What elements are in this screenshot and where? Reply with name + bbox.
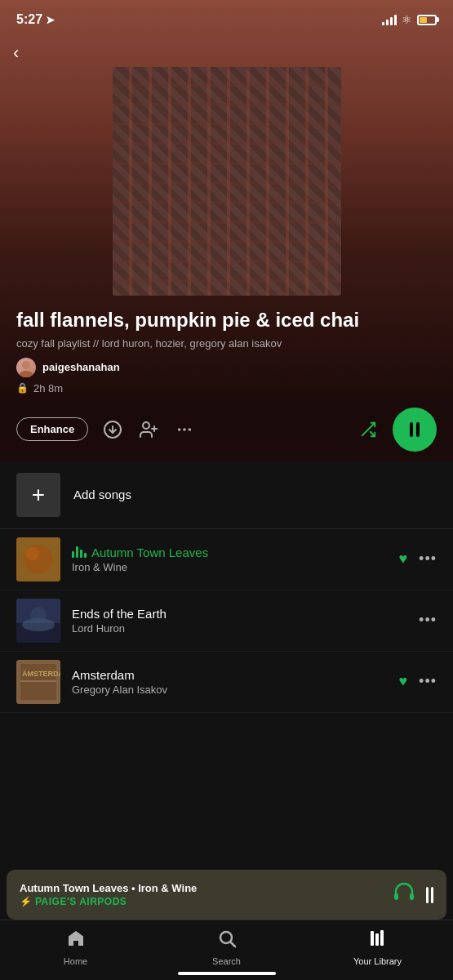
- pause-icon: [410, 422, 420, 437]
- song-title: Autumn Town Leaves: [72, 546, 387, 559]
- song-row[interactable]: Autumn Town Leaves Iron & Wine ♥ •••: [0, 529, 453, 590]
- home-pill: [178, 972, 276, 975]
- bluetooth-icon: ⚡: [20, 896, 32, 907]
- thumb-amsterdam-art: ÁMSTERDAM: [16, 660, 60, 704]
- add-user-button[interactable]: [137, 418, 160, 441]
- status-bar: 5:27 ➤ ⚛: [0, 0, 453, 36]
- wifi-icon: ⚛: [402, 13, 412, 26]
- svg-point-1: [19, 371, 33, 377]
- location-icon: ➤: [46, 14, 55, 26]
- status-time: 5:27 ➤: [16, 12, 55, 27]
- avatar: [16, 358, 36, 377]
- song-thumbnail: ÁMSTERDAM: [16, 660, 60, 704]
- song-title: Ends of the Earth: [72, 607, 407, 621]
- thumb-earth-art: [16, 599, 60, 643]
- more-options-button[interactable]: [173, 418, 196, 441]
- svg-rect-28: [371, 931, 374, 946]
- svg-point-0: [22, 361, 30, 369]
- signal-icon: [382, 14, 397, 25]
- battery-icon: [417, 15, 437, 25]
- svg-point-4: [143, 422, 149, 429]
- svg-point-19: [30, 607, 47, 623]
- song-artist: Iron & Wine: [72, 561, 387, 573]
- svg-point-9: [189, 428, 192, 431]
- back-chevron-icon[interactable]: ‹: [13, 42, 19, 63]
- song-thumbnail: [16, 537, 60, 581]
- song-actions: ♥ •••: [398, 673, 437, 690]
- like-button[interactable]: ♥: [398, 673, 407, 690]
- nav-label-search: Search: [212, 956, 241, 966]
- library-icon: [368, 929, 388, 953]
- search-icon: [217, 929, 237, 953]
- song-title: Amsterdam: [72, 668, 387, 682]
- playlist-info: fall flannels, pumpkin pie & iced chai c…: [0, 302, 453, 398]
- song-row[interactable]: Ends of the Earth Lord Huron •••: [0, 590, 453, 652]
- status-icons: ⚛: [382, 13, 437, 26]
- playlist-title: fall flannels, pumpkin pie & iced chai: [16, 309, 437, 332]
- shuffle-button[interactable]: [357, 418, 380, 441]
- playlist-duration: 2h 8m: [33, 382, 63, 394]
- download-button[interactable]: [101, 418, 124, 441]
- song-info: Ends of the Earth Lord Huron: [72, 607, 407, 635]
- song-row[interactable]: ÁMSTERDAM Amsterdam Gregory Alan Isakov …: [0, 652, 453, 713]
- song-artist: Gregory Alan Isakov: [72, 684, 387, 696]
- song-actions: •••: [419, 612, 437, 629]
- now-playing-info: Autumn Town Leaves • Iron & Wine ⚡ PAIGE…: [20, 882, 382, 907]
- song-info: Amsterdam Gregory Alan Isakov: [72, 668, 387, 696]
- add-songs-label: Add songs: [73, 488, 131, 501]
- song-thumbnail: [16, 599, 60, 643]
- song-actions: ♥ •••: [398, 550, 437, 568]
- lock-icon: 🔒: [16, 382, 29, 394]
- author-name: paigeshanahan: [42, 361, 120, 373]
- device-name: PAIGE'S AIRPODS: [35, 896, 127, 907]
- playing-bars-icon: [72, 546, 87, 558]
- back-button[interactable]: ‹: [0, 36, 453, 67]
- nav-item-home[interactable]: Home: [0, 929, 151, 966]
- svg-rect-30: [380, 930, 384, 946]
- now-playing-pause-button[interactable]: [426, 887, 433, 903]
- song-more-button[interactable]: •••: [419, 612, 437, 629]
- nav-label-library: Your Library: [353, 956, 402, 966]
- album-art: [113, 67, 341, 296]
- playlist-description: cozy fall playlist // lord huron, hozier…: [16, 337, 437, 350]
- plus-icon: +: [32, 482, 45, 508]
- now-playing-device: ⚡ PAIGE'S AIRPODS: [20, 896, 382, 907]
- thumb-autumn-art: [16, 537, 60, 581]
- svg-rect-25: [410, 893, 414, 900]
- song-artist: Lord Huron: [72, 622, 407, 635]
- playlist-author: paigeshanahan: [16, 358, 437, 377]
- song-more-button[interactable]: •••: [419, 550, 437, 568]
- now-playing-title: Autumn Town Leaves • Iron & Wine: [20, 882, 382, 894]
- svg-text:ÁMSTERDAM: ÁMSTERDAM: [22, 670, 60, 678]
- home-icon: [66, 929, 86, 953]
- controls-row: Enhance: [0, 398, 453, 461]
- song-info: Autumn Town Leaves Iron & Wine: [72, 546, 387, 573]
- svg-rect-29: [375, 933, 379, 946]
- svg-point-8: [183, 428, 186, 431]
- now-playing-bar[interactable]: Autumn Town Leaves • Iron & Wine ⚡ PAIGE…: [7, 870, 446, 920]
- add-songs-icon: +: [16, 473, 60, 517]
- nav-item-search[interactable]: Search: [151, 929, 302, 966]
- nav-item-library[interactable]: Your Library: [302, 929, 453, 966]
- play-pause-button[interactable]: [393, 408, 437, 452]
- bottom-nav: Home Search Your Library: [0, 920, 453, 980]
- nav-label-home: Home: [64, 956, 87, 966]
- svg-point-7: [178, 428, 181, 431]
- add-songs-row[interactable]: + Add songs: [0, 461, 453, 529]
- enhance-button[interactable]: Enhance: [16, 417, 88, 441]
- svg-line-27: [230, 942, 235, 947]
- svg-rect-23: [20, 680, 56, 682]
- flannel-art-image: [113, 67, 341, 296]
- svg-point-15: [26, 547, 39, 560]
- album-art-container: [0, 67, 453, 302]
- headphone-icon[interactable]: [392, 880, 416, 910]
- song-more-button[interactable]: •••: [419, 673, 437, 690]
- svg-rect-24: [394, 893, 398, 900]
- like-button[interactable]: ♥: [398, 550, 407, 568]
- playlist-meta: 🔒 2h 8m: [16, 382, 437, 394]
